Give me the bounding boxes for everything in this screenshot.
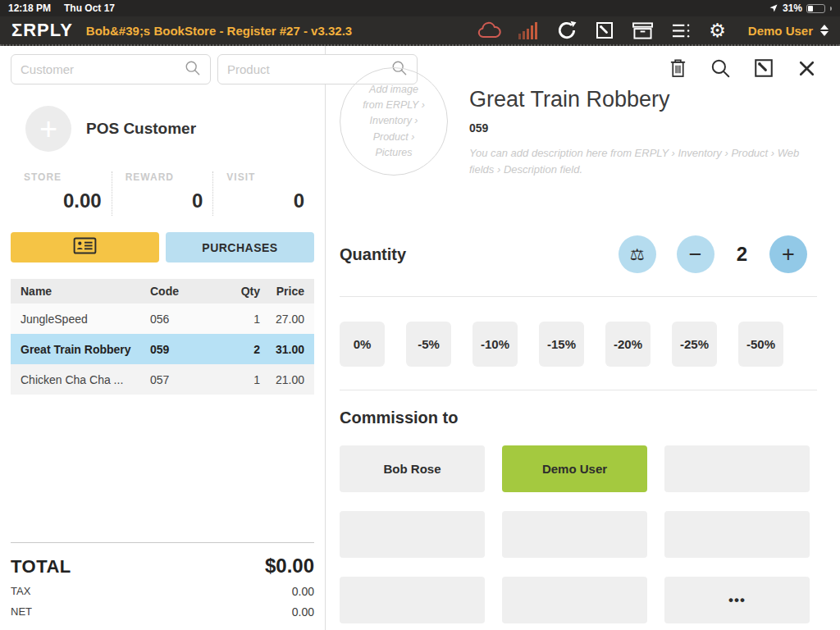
quantity-label: Quantity	[340, 245, 406, 264]
commission-cell-empty[interactable]	[502, 577, 647, 623]
left-panel: + POS Customer STORE 0.00 REWARD 0 VISIT…	[0, 46, 326, 630]
discount-50-button[interactable]: -50%	[738, 322, 783, 367]
commission-cell-bob-rose[interactable]: Bob Rose	[340, 445, 485, 492]
commission-cell-demo-user-selected[interactable]: Demo User	[502, 445, 647, 492]
add-image-line: Add image	[369, 82, 418, 98]
cart-table-header: Name Code Qty Price	[11, 279, 314, 304]
tax-label: TAX	[11, 585, 30, 598]
add-image-line: from ERPLY ›	[363, 98, 425, 113]
discount-25-button[interactable]: -25%	[672, 322, 717, 367]
cell-price: 21.00	[260, 373, 314, 386]
customer-row: + POS Customer	[25, 106, 314, 152]
contact-card-icon	[73, 237, 97, 258]
cell-code: 056	[150, 313, 214, 326]
add-image-placeholder[interactable]: Add image from ERPLY › Inventory › Produ…	[340, 67, 448, 176]
stat-store: STORE 0.00	[11, 171, 112, 216]
erply-logo: ΣRPLY	[11, 20, 73, 41]
discount-10-button[interactable]: -10%	[472, 322, 518, 367]
purchases-button[interactable]: PURCHASES	[166, 232, 314, 262]
customer-search-input[interactable]	[21, 62, 184, 76]
net-value: 0.00	[292, 605, 314, 619]
product-info: Great Train Robbery 059 You can add desc…	[469, 87, 817, 178]
delete-item-icon[interactable]	[669, 57, 687, 79]
list-menu-icon[interactable]	[671, 22, 692, 39]
discount-buttons: 0% -5% -10% -15% -20% -25% -50%	[340, 322, 817, 367]
cell-code: 057	[150, 373, 214, 386]
discount-5-button[interactable]: -5%	[406, 322, 451, 367]
discount-0-button[interactable]: 0%	[340, 322, 385, 367]
current-user-label: Demo User	[748, 24, 813, 38]
stat-visit-value: 0	[294, 189, 304, 212]
col-code-header: Code	[150, 285, 214, 298]
col-price-header: Price	[260, 285, 314, 298]
customer-actions: PURCHASES	[11, 232, 314, 262]
tax-value: 0.00	[292, 585, 314, 598]
signal-bars-icon[interactable]	[518, 21, 539, 39]
status-time: 12:18 PM	[8, 2, 51, 14]
divider	[340, 390, 817, 390]
customer-search-box[interactable]	[11, 54, 211, 84]
register-title: Bob&#39;s BookStore - Register #27 - v3.…	[86, 24, 352, 38]
stat-reward-label: REWARD	[126, 171, 203, 183]
location-arrow-icon	[769, 3, 778, 13]
commission-cell-empty[interactable]	[664, 445, 810, 492]
table-row[interactable]: Chicken Cha Cha ... 057 1 21.00	[11, 364, 314, 395]
add-image-line: Inventory ›	[369, 113, 418, 129]
refresh-icon[interactable]	[556, 20, 578, 41]
customer-stats: STORE 0.00 REWARD 0 VISIT 0	[11, 171, 314, 216]
cash-drawer-icon[interactable]	[632, 21, 654, 40]
net-label: NET	[11, 605, 32, 619]
battery-icon	[806, 4, 825, 13]
stat-visit-label: VISIT	[226, 171, 304, 183]
commission-cell-empty[interactable]	[340, 511, 485, 558]
table-row-selected[interactable]: Great Train Robbery 059 2 31.00	[11, 334, 314, 364]
product-description-hint: You can add description here from ERPLY …	[469, 145, 817, 178]
user-selector[interactable]: Demo User	[748, 24, 829, 38]
discount-20-button[interactable]: -20%	[605, 322, 651, 367]
quantity-decrease-button[interactable]: −	[677, 235, 714, 273]
stat-store-label: STORE	[24, 171, 102, 183]
commission-cell-empty[interactable]	[664, 511, 810, 558]
commission-more-button[interactable]: •••	[664, 577, 810, 623]
edit-note-icon[interactable]	[595, 21, 614, 40]
battery-nub	[830, 7, 832, 11]
add-customer-avatar-button[interactable]: +	[25, 106, 71, 152]
table-row[interactable]: JungleSpeed 056 1 27.00	[11, 304, 314, 334]
divider	[340, 296, 817, 297]
total-value: $0.00	[265, 555, 314, 578]
status-bar: 12:18 PM Thu Oct 17 31%	[0, 0, 840, 16]
battery-percent: 31%	[783, 2, 802, 14]
minus-icon: −	[689, 244, 702, 266]
quantity-section: Quantity ⚖ − 2 +	[340, 235, 817, 273]
erply-pos-app: 12:18 PM Thu Oct 17 31% ΣRPLY Bob&#39;s …	[0, 0, 840, 630]
stat-reward: REWARD 0	[112, 171, 213, 216]
customer-card-button[interactable]	[11, 232, 159, 262]
totals-section: TOTAL $0.00 TAX 0.00 NET 0.00	[11, 542, 314, 619]
weigh-scale-button[interactable]: ⚖	[619, 235, 656, 273]
close-icon[interactable]	[797, 57, 817, 79]
cell-price: 27.00	[260, 313, 314, 326]
product-name: Great Train Robbery	[469, 87, 817, 112]
quantity-increase-button[interactable]: +	[769, 235, 807, 273]
total-label: TOTAL	[11, 556, 71, 578]
commission-cell-empty[interactable]	[340, 577, 485, 623]
add-image-line: Pictures	[375, 145, 412, 161]
discount-15-button[interactable]: -15%	[539, 322, 584, 367]
cell-qty: 1	[214, 313, 260, 326]
cloud-sync-icon[interactable]	[477, 21, 501, 40]
user-dropdown-arrows-icon	[820, 25, 829, 36]
main-area: + POS Customer STORE 0.00 REWARD 0 VISIT…	[0, 46, 840, 630]
cart-table: Name Code Qty Price JungleSpeed 056 1 27…	[11, 279, 314, 395]
edit-item-icon[interactable]	[753, 57, 774, 79]
search-row	[11, 54, 314, 84]
commission-heading: Commission to	[340, 409, 817, 427]
search-product-icon[interactable]	[710, 57, 731, 79]
plus-icon: +	[39, 113, 57, 144]
stat-store-value: 0.00	[63, 189, 102, 212]
settings-gear-icon[interactable]: ⚙	[709, 21, 726, 40]
quantity-value: 2	[737, 243, 747, 266]
product-code: 059	[469, 121, 817, 135]
col-qty-header: Qty	[214, 285, 260, 298]
cell-name: Great Train Robbery	[11, 343, 150, 356]
commission-cell-empty[interactable]	[502, 511, 647, 558]
